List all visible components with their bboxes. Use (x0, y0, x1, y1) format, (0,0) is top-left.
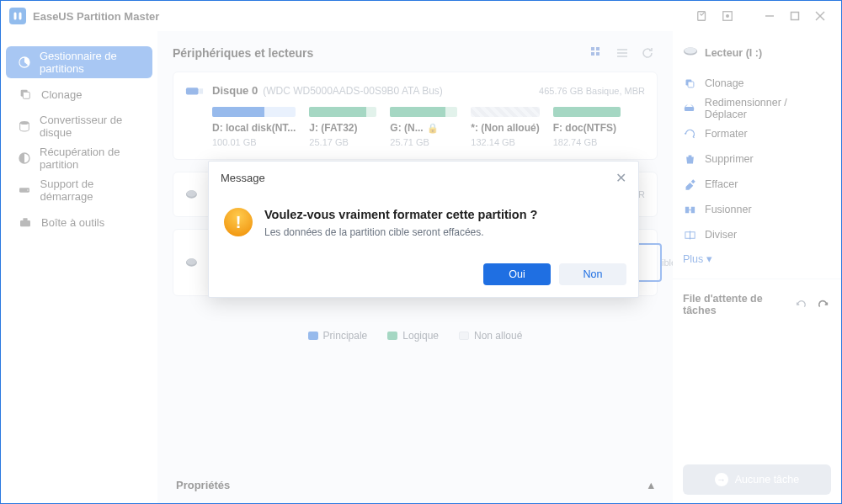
no-label: Non (584, 268, 603, 280)
confirm-format-modal: Message ✕ ! Voulez-vous vraiment formate… (208, 161, 639, 298)
modal-body-text: Les données de la partition cible seront… (264, 226, 537, 238)
yes-label: Oui (509, 268, 525, 280)
modal-title: Message (221, 172, 265, 184)
confirm-no-button[interactable]: Non (559, 263, 626, 285)
warning-icon: ! (224, 208, 253, 236)
modal-heading: Voulez-vous vraiment formater cette part… (264, 208, 537, 221)
modal-close-button[interactable]: ✕ (616, 170, 626, 186)
confirm-yes-button[interactable]: Oui (483, 263, 551, 285)
